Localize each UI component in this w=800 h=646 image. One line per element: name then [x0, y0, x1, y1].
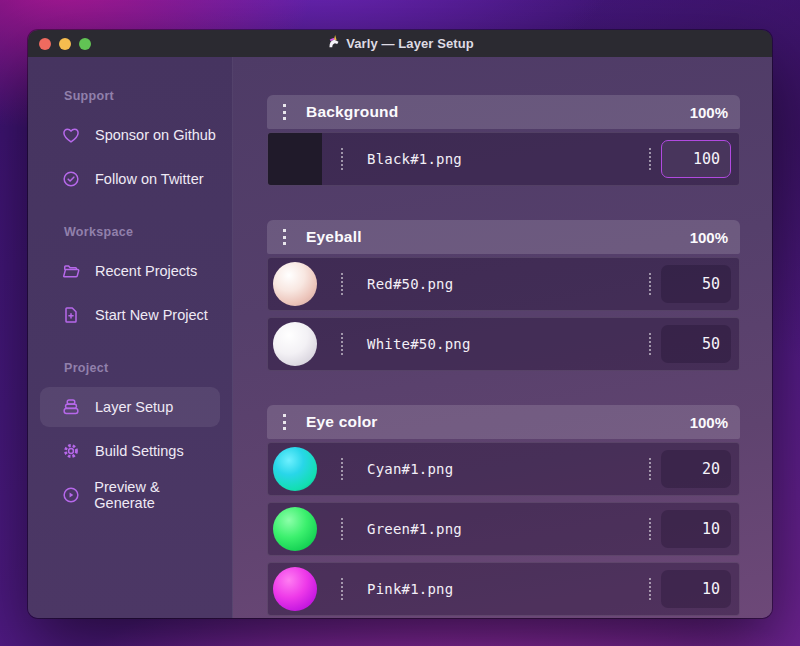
- play-circle-icon: [60, 484, 81, 506]
- layer-filename: Pink#1.png: [367, 581, 453, 597]
- layer-value-input[interactable]: [661, 570, 731, 608]
- sidebar-section-label: Workspace: [40, 225, 220, 239]
- group-title: Eye color: [306, 413, 378, 431]
- dotted-divider: [341, 273, 343, 295]
- layer-value-input[interactable]: [661, 140, 731, 178]
- layer-row[interactable]: Black#1.png: [267, 132, 740, 186]
- layer-group-header[interactable]: Eye color 100%: [267, 405, 740, 439]
- layer-filename: Cyan#1.png: [367, 461, 453, 477]
- group-weight: 100%: [690, 104, 728, 121]
- layer-row[interactable]: Cyan#1.png: [267, 442, 740, 496]
- dotted-divider: [649, 578, 651, 600]
- heart-icon: [60, 124, 82, 146]
- layer-group: Eyeball 100% Red#50.png White#50.png: [267, 220, 740, 371]
- group-weight: 100%: [690, 229, 728, 246]
- zoom-button[interactable]: [79, 38, 91, 50]
- dotted-divider: [341, 148, 343, 170]
- dotted-divider: [341, 333, 343, 355]
- titlebar[interactable]: Varly — Layer Setup: [28, 30, 772, 57]
- layer-row[interactable]: Green#1.png: [267, 502, 740, 556]
- group-title: Background: [306, 103, 398, 121]
- traffic-lights: [28, 38, 91, 50]
- layer-row[interactable]: Red#50.png: [267, 257, 740, 311]
- minimize-button[interactable]: [59, 38, 71, 50]
- dotted-divider: [649, 518, 651, 540]
- close-button[interactable]: [39, 38, 51, 50]
- dotted-divider: [341, 518, 343, 540]
- dotted-divider: [649, 148, 651, 170]
- layer-group-header[interactable]: Eyeball 100%: [267, 220, 740, 254]
- dotted-divider: [341, 458, 343, 480]
- layer-group-header[interactable]: Background 100%: [267, 95, 740, 129]
- sidebar-section: Project Layer Setup Build Settings Previ…: [40, 361, 220, 515]
- dotted-divider: [341, 578, 343, 600]
- gear-icon: [60, 440, 82, 462]
- drag-handle-icon[interactable]: [283, 104, 286, 120]
- dotted-divider: [649, 273, 651, 295]
- group-weight: 100%: [690, 414, 728, 431]
- sidebar-section: Support Sponsor on Github Follow on Twit…: [40, 89, 220, 199]
- layer-filename: Red#50.png: [367, 276, 453, 292]
- dotted-divider: [649, 458, 651, 480]
- sidebar-item-recent-projects[interactable]: Recent Projects: [40, 251, 220, 291]
- layer-filename: Black#1.png: [367, 151, 462, 167]
- sidebar-item-start-new-project[interactable]: Start New Project: [40, 295, 220, 335]
- sidebar-item-sponsor-on-github[interactable]: Sponsor on Github: [40, 115, 220, 155]
- unicorn-icon: [326, 34, 341, 53]
- layer-group: Eye color 100% Cyan#1.png Green#1.png Pi…: [267, 405, 740, 616]
- layer-list[interactable]: Background 100% Black#1.png Eyeball 100%…: [233, 57, 772, 618]
- layer-value-input[interactable]: [661, 325, 731, 363]
- sidebar-section: Workspace Recent Projects Start New Proj…: [40, 225, 220, 335]
- sidebar-item-label: Follow on Twitter: [95, 171, 204, 187]
- layers-icon: [60, 396, 82, 418]
- layer-value-input[interactable]: [661, 450, 731, 488]
- new-document-icon: [60, 304, 82, 326]
- sidebar-item-label: Preview & Generate: [94, 479, 220, 511]
- layer-thumbnail: [268, 563, 322, 615]
- sidebar-item-preview-generate[interactable]: Preview & Generate: [40, 475, 220, 515]
- window-title: Varly — Layer Setup: [346, 36, 474, 51]
- layer-row[interactable]: White#50.png: [267, 317, 740, 371]
- sidebar-item-label: Recent Projects: [95, 263, 197, 279]
- sidebar-item-label: Sponsor on Github: [95, 127, 216, 143]
- layer-thumbnail: [268, 258, 322, 310]
- layer-value-input[interactable]: [661, 510, 731, 548]
- sidebar: Support Sponsor on Github Follow on Twit…: [28, 57, 233, 618]
- sidebar-section-label: Support: [40, 89, 220, 103]
- layer-thumbnail: [268, 443, 322, 495]
- sidebar-item-build-settings[interactable]: Build Settings: [40, 431, 220, 471]
- sidebar-item-layer-setup[interactable]: Layer Setup: [40, 387, 220, 427]
- layer-thumbnail: [268, 133, 322, 185]
- layer-filename: White#50.png: [367, 336, 471, 352]
- layer-value-input[interactable]: [661, 265, 731, 303]
- app-window: Varly — Layer Setup Support Sponsor on G…: [28, 30, 772, 618]
- sidebar-item-follow-on-twitter[interactable]: Follow on Twitter: [40, 159, 220, 199]
- layer-row[interactable]: Pink#1.png: [267, 562, 740, 616]
- layer-thumbnail: [268, 318, 322, 370]
- sidebar-section-label: Project: [40, 361, 220, 375]
- folder-icon: [60, 260, 82, 282]
- sidebar-item-label: Build Settings: [95, 443, 184, 459]
- verified-badge-icon: [60, 168, 82, 190]
- sidebar-item-label: Start New Project: [95, 307, 208, 323]
- group-title: Eyeball: [306, 228, 362, 246]
- dotted-divider: [649, 333, 651, 355]
- layer-thumbnail: [268, 503, 322, 555]
- sidebar-item-label: Layer Setup: [95, 399, 173, 415]
- layer-filename: Green#1.png: [367, 521, 462, 537]
- drag-handle-icon[interactable]: [283, 229, 286, 245]
- drag-handle-icon[interactable]: [283, 414, 286, 430]
- layer-group: Background 100% Black#1.png: [267, 95, 740, 186]
